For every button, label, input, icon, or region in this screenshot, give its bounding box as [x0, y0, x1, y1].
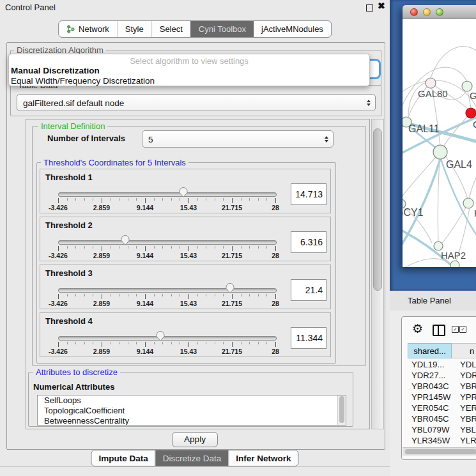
number-of-intervals-combo[interactable]: 5 [142, 130, 334, 148]
tab-label: jActiveMNodules [261, 24, 323, 34]
close-icon[interactable]: ✖ [378, 1, 385, 11]
threshold-value-field[interactable]: 14.713 [291, 183, 326, 205]
popup-option[interactable]: Equal Width/Frequency Discretization [9, 76, 369, 86]
table-row[interactable]: YDL19...YDL1 [408, 359, 476, 370]
tab-cyni-toolbox[interactable]: Cyni Toolbox [190, 21, 254, 37]
network-node[interactable] [426, 78, 436, 88]
network-node[interactable] [463, 198, 473, 208]
cell-name: YPR1 [452, 392, 476, 403]
number-of-intervals-value: 5 [148, 134, 153, 144]
slider-ticks [58, 246, 275, 252]
network-edge [403, 157, 436, 201]
tab-label: Impute Data [98, 454, 148, 463]
threshold-value-field[interactable]: 6.316 [291, 231, 326, 253]
tab-style[interactable]: Style [117, 21, 151, 37]
header-cell-name[interactable]: n [452, 343, 476, 358]
apply-button[interactable]: Apply [172, 432, 218, 447]
slider-thumb[interactable] [120, 234, 130, 249]
list-scrollbar-thumb[interactable] [339, 396, 344, 423]
list-item[interactable]: BetweennessCentrality [38, 416, 346, 426]
tab-network[interactable]: Network [59, 21, 117, 37]
tab-infer-network[interactable]: Infer Network [228, 450, 298, 466]
attributes-list[interactable]: SelfLoopsTopologicalCoefficientBetweenne… [37, 395, 346, 426]
horizontal-scrollbar-thumb[interactable] [405, 449, 476, 454]
slider-thumb[interactable] [155, 330, 165, 344]
table-panel-title: Table Panel [408, 296, 451, 305]
list-item[interactable]: SelfLoops [38, 395, 346, 406]
tab-impute-data[interactable]: Impute Data [91, 450, 155, 466]
bottom-tab-bar: Impute DataDiscretize DataInfer Network [91, 450, 298, 466]
threshold-row: Threshold 1-3.4262.8599.14415.4321.71528… [40, 169, 331, 213]
network-node[interactable] [466, 108, 476, 118]
tab-jactivemnodules[interactable]: jActiveMNodules [254, 21, 331, 37]
slider-track[interactable] [58, 336, 277, 341]
attributes-group-label: Attributes to discretize [33, 367, 120, 377]
threshold-label: Threshold 4 [45, 316, 93, 326]
node-label: HAP2 [441, 250, 466, 261]
checkbox-icon[interactable]: ✓ [452, 326, 459, 333]
window-close-button[interactable] [410, 8, 418, 16]
gear-icon[interactable]: ⚙ [412, 323, 423, 335]
popup-hint: Select algorithm to view settings [9, 54, 369, 66]
columns-icon[interactable] [433, 325, 445, 336]
network-node[interactable] [434, 242, 443, 250]
table-row[interactable]: YBL079WYBL0 [408, 424, 476, 435]
table-row[interactable]: YBR043CYBR0 [408, 381, 476, 392]
slider-track[interactable] [58, 240, 277, 245]
cell-name: YDR2 [452, 370, 476, 381]
checkbox-icon[interactable]: ✓ [459, 326, 466, 333]
popup-option[interactable]: Manual Discretization [9, 66, 369, 76]
screen: Control Panel ✖ NetworkStyleSelectCyni T… [0, 0, 476, 476]
network-graph: GAL80GACGAL11GAL4GCY1HHAP2 [403, 19, 476, 267]
number-of-intervals-label: Number of Intervals [47, 134, 125, 143]
slider-track[interactable] [58, 192, 277, 197]
list-item[interactable]: TopologicalCoefficient [38, 406, 346, 416]
cell-name: YLR3 [452, 435, 476, 446]
list-scrollbar[interactable] [337, 395, 346, 425]
table-header: shared... n [408, 343, 476, 358]
slider-thumb[interactable] [178, 187, 188, 201]
tab-select[interactable]: Select [151, 21, 190, 37]
network-edge [438, 159, 440, 242]
network-icon [66, 25, 75, 33]
table-row[interactable]: YPR145WYPR1 [408, 392, 476, 403]
numerical-attributes-label: Numerical Attributes [33, 382, 114, 392]
table-row[interactable]: YER054CYER0 [408, 403, 476, 413]
table-row[interactable]: YLR345WYLR3 [408, 435, 476, 446]
window-minimize-button[interactable] [423, 8, 431, 16]
vertical-scrollbar-thumb[interactable] [373, 128, 382, 291]
vertical-scrollbar[interactable] [371, 119, 384, 429]
cell-shared-name: YDL19... [408, 359, 452, 370]
tab-label: Discretize Data [163, 454, 222, 463]
network-canvas[interactable]: GAL80GACGAL11GAL4GCY1HHAP2 [403, 19, 476, 267]
threshold-value-field[interactable]: 21.4 [291, 279, 326, 301]
window-zoom-button[interactable] [436, 8, 443, 16]
table-data-combo[interactable]: galFiltered.sif default node [17, 94, 376, 111]
cell-name: YBL0 [452, 424, 476, 435]
slider-tick-labels: -3.4262.8599.14415.4321.71528 [58, 204, 275, 211]
network-node[interactable] [450, 261, 459, 267]
slider-track[interactable] [58, 288, 277, 293]
tab-label: Infer Network [236, 454, 291, 463]
slider-ticks [58, 198, 275, 204]
slider-thumb[interactable] [225, 282, 235, 296]
popup-options: Manual DiscretizationEqual Width/Frequen… [9, 66, 369, 86]
network-node[interactable] [433, 145, 447, 159]
spinner-icon [367, 100, 371, 106]
window-titlebar[interactable] [403, 5, 476, 19]
table-row[interactable]: YDR27...YDR2 [408, 370, 476, 381]
threshold-label: Threshold 3 [45, 268, 93, 278]
tab-discretize-data[interactable]: Discretize Data [155, 450, 229, 466]
horizontal-scrollbar[interactable] [403, 447, 476, 456]
cell-shared-name: YDR27... [408, 370, 452, 381]
threshold-value-field[interactable]: 11.344 [291, 327, 326, 349]
header-cell-shared[interactable]: shared... [408, 343, 452, 358]
network-edge [443, 117, 467, 147]
network-window[interactable]: GAL80GACGAL11GAL4GCY1HHAP2 [403, 5, 476, 267]
cell-shared-name: YLR345W [408, 435, 452, 446]
table-row[interactable]: YBR045CYBR0 [408, 413, 476, 424]
float-window-icon[interactable] [366, 4, 373, 12]
cell-shared-name: YBR045C [408, 413, 452, 424]
thresholds-group-label: Threshold's Coordinates for 5 Intervals [41, 158, 188, 167]
threshold-row: Threshold 4-3.4262.8599.14415.4321.71528… [40, 312, 331, 357]
